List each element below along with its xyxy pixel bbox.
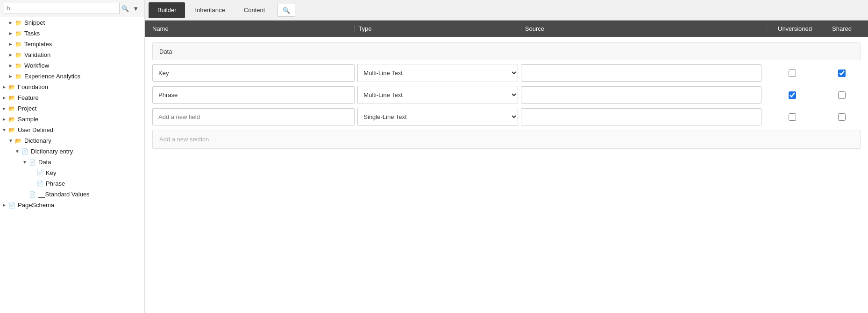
add-section-label: Add a new section	[159, 136, 209, 143]
unversioned-checkbox-key[interactable]	[789, 70, 796, 77]
sidebar-item-validation[interactable]: ► 📁 Validation	[0, 49, 144, 60]
table-header: Name Type Source Unversioned Shared	[145, 21, 868, 37]
sidebar-item-feature[interactable]: ► 📂 Feature	[0, 92, 144, 103]
column-shared: Shared	[823, 25, 861, 32]
arrow-icon: ►	[1, 95, 7, 100]
sidebar-item-label: Project	[18, 105, 36, 112]
unversioned-checkbox-phrase[interactable]	[789, 91, 796, 99]
folder-icon: 📁	[14, 41, 22, 48]
arrow-icon: ►	[1, 117, 7, 122]
folder-icon: 📁	[14, 30, 22, 37]
arrow-icon: ►	[1, 202, 7, 208]
sidebar-item-tasks[interactable]: ► 📁 Tasks	[0, 28, 144, 39]
folder-icon: 📂	[7, 105, 16, 112]
column-type: Type	[355, 25, 521, 32]
folder-open-icon: 📂	[14, 138, 22, 144]
arrow-icon: ►	[7, 52, 14, 57]
column-source: Source	[521, 25, 767, 32]
arrow-icon: ►	[1, 84, 7, 90]
search-icon: 🔍	[283, 7, 290, 14]
content-area: Data Multi-Line Text Single-Line Text Ri…	[145, 37, 868, 313]
field-unversioned-phrase	[764, 91, 820, 99]
tab-search-button[interactable]: 🔍	[277, 4, 295, 17]
doc-icon: 📄	[21, 148, 29, 155]
shared-checkbox-phrase[interactable]	[838, 91, 846, 99]
section-header-data: Data	[152, 42, 861, 60]
sidebar-item-label: Data	[38, 159, 51, 166]
sidebar-item-label: Sample	[18, 116, 38, 123]
doc-icon: 📄	[36, 170, 44, 176]
dropdown-button[interactable]: ▼	[131, 4, 141, 13]
arrow-icon: ►	[1, 106, 7, 111]
sidebar-item-label: Tasks	[24, 30, 40, 37]
folder-icon: 📂	[7, 84, 16, 90]
field-shared-phrase	[823, 91, 861, 99]
arrow-icon: ►	[7, 31, 14, 36]
field-type-select-key[interactable]: Multi-Line Text Single-Line Text Rich Te…	[357, 64, 518, 82]
sidebar-item-label: Feature	[18, 94, 39, 101]
field-name-input-phrase[interactable]	[152, 86, 355, 104]
search-icon: 🔍	[121, 5, 129, 12]
sidebar-item-label: Templates	[24, 41, 52, 48]
field-shared-key	[823, 70, 861, 77]
shared-checkbox-key[interactable]	[838, 70, 846, 77]
search-button[interactable]: 🔍	[120, 4, 131, 13]
sidebar-item-snippet[interactable]: ► 📁 Snippet	[0, 17, 144, 28]
arrow-icon: ▼	[1, 127, 7, 132]
arrow-icon: ►	[7, 63, 14, 68]
add-section-button[interactable]: Add a new section	[152, 130, 861, 149]
field-row-key: Multi-Line Text Single-Line Text Rich Te…	[152, 64, 861, 82]
search-input[interactable]	[4, 3, 120, 14]
folder-icon: 📂	[7, 116, 16, 123]
field-name-input-key[interactable]	[152, 64, 355, 82]
sidebar-item-label: Dictionary entry	[31, 148, 73, 155]
sidebar-item-label: Snippet	[24, 19, 45, 26]
folder-open-icon: 📂	[7, 127, 16, 133]
arrow-icon: ▼	[14, 149, 21, 154]
folder-icon: 📁	[14, 20, 22, 26]
sidebar-item-label: Key	[46, 169, 56, 176]
unversioned-checkbox-new[interactable]	[789, 113, 796, 121]
tab-content[interactable]: Content	[235, 2, 274, 18]
column-name: Name	[152, 25, 355, 32]
sidebar-item-label: Workflow	[24, 62, 49, 69]
tab-builder[interactable]: Builder	[149, 2, 185, 18]
dropdown-arrow-icon: ▼	[133, 5, 139, 12]
sidebar-item-data[interactable]: ▼ 📄 Data	[0, 157, 144, 167]
sidebar-item-label: User Defined	[18, 126, 53, 133]
sidebar-item-sample[interactable]: ► 📂 Sample	[0, 114, 144, 125]
field-source-input-phrase[interactable]	[521, 86, 761, 104]
arrow-icon: ►	[7, 42, 14, 47]
field-source-input-key[interactable]	[521, 64, 761, 82]
sidebar-item-label: Foundation	[18, 83, 48, 90]
sidebar-item-experience-analytics[interactable]: ► 📁 Experience Analytics	[0, 71, 144, 82]
field-shared-new	[823, 113, 861, 121]
sidebar-item-page-schema[interactable]: ► 📄 PageSchema	[0, 200, 144, 210]
shared-checkbox-new[interactable]	[838, 113, 846, 121]
sidebar-item-workflow[interactable]: ► 📁 Workflow	[0, 60, 144, 71]
sidebar-item-key[interactable]: 📄 Key	[0, 167, 144, 178]
field-source-input-new[interactable]	[521, 108, 761, 125]
arrow-icon: ▼	[21, 160, 28, 165]
doc-icon: 📄	[28, 191, 36, 198]
field-name-input-new[interactable]	[152, 108, 355, 125]
folder-icon: 📂	[7, 95, 16, 101]
sidebar-item-project[interactable]: ► 📂 Project	[0, 103, 144, 114]
field-type-select-new[interactable]: Single-Line Text Multi-Line Text Rich Te…	[357, 108, 518, 126]
sidebar: 🔍 ▼ ► 📁 Snippet ► 📁 Tasks ► 📁 Templates …	[0, 0, 145, 313]
sidebar-item-dictionary[interactable]: ▼ 📂 Dictionary	[0, 135, 144, 146]
tab-inheritance[interactable]: Inheritance	[186, 2, 234, 18]
sidebar-item-standard-values[interactable]: 📄 __Standard Values	[0, 189, 144, 200]
sidebar-item-label: Validation	[24, 51, 50, 58]
field-type-select-phrase[interactable]: Multi-Line Text Single-Line Text Rich Te…	[357, 86, 518, 104]
sidebar-item-user-defined[interactable]: ▼ 📂 User Defined	[0, 125, 144, 135]
sidebar-item-dictionary-entry[interactable]: ▼ 📄 Dictionary entry	[0, 146, 144, 157]
tab-bar: Builder Inheritance Content 🔍	[145, 0, 868, 21]
sidebar-item-phrase[interactable]: 📄 Phrase	[0, 178, 144, 189]
sidebar-item-templates[interactable]: ► 📁 Templates	[0, 39, 144, 49]
column-unversioned: Unversioned	[767, 25, 823, 32]
sidebar-item-foundation[interactable]: ► 📂 Foundation	[0, 82, 144, 92]
field-unversioned-key	[764, 70, 820, 77]
sidebar-item-label: Experience Analytics	[24, 73, 80, 80]
sidebar-item-label: PageSchema	[18, 202, 54, 209]
